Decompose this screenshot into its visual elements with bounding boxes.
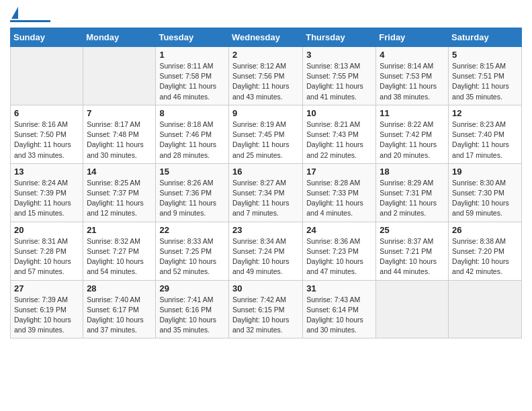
day-detail: Sunrise: 8:14 AM Sunset: 7:53 PM Dayligh… [380,61,445,102]
calendar-cell: 22Sunrise: 8:33 AM Sunset: 7:25 PM Dayli… [156,222,229,280]
weekday-header-thursday: Thursday [303,28,376,47]
calendar-cell: 24Sunrise: 8:36 AM Sunset: 7:23 PM Dayli… [303,222,376,280]
day-detail: Sunrise: 8:24 AM Sunset: 7:39 PM Dayligh… [14,178,79,219]
day-detail: Sunrise: 7:43 AM Sunset: 6:14 PM Dayligh… [306,295,372,336]
day-detail: Sunrise: 8:32 AM Sunset: 7:27 PM Dayligh… [87,236,152,277]
day-number: 23 [232,225,299,235]
day-number: 15 [159,167,225,177]
calendar-cell: 11Sunrise: 8:22 AM Sunset: 7:42 PM Dayli… [376,105,449,163]
day-number: 21 [87,225,152,235]
day-number: 25 [380,225,445,235]
calendar-cell: 17Sunrise: 8:28 AM Sunset: 7:33 PM Dayli… [303,163,376,222]
calendar-cell: 23Sunrise: 8:34 AM Sunset: 7:24 PM Dayli… [228,222,302,280]
calendar-cell: 14Sunrise: 8:25 AM Sunset: 7:37 PM Dayli… [83,163,156,222]
calendar-cell: 25Sunrise: 8:37 AM Sunset: 7:21 PM Dayli… [376,222,449,280]
calendar-cell: 4Sunrise: 8:14 AM Sunset: 7:53 PM Daylig… [376,47,449,105]
calendar-cell: 9Sunrise: 8:19 AM Sunset: 7:45 PM Daylig… [228,105,302,163]
day-detail: Sunrise: 8:17 AM Sunset: 7:48 PM Dayligh… [87,120,152,161]
week-row-2: 6Sunrise: 8:16 AM Sunset: 7:50 PM Daylig… [11,105,522,163]
day-detail: Sunrise: 8:29 AM Sunset: 7:31 PM Dayligh… [380,178,445,219]
weekday-header-sunday: Sunday [11,28,83,47]
day-number: 5 [452,50,518,60]
day-detail: Sunrise: 8:21 AM Sunset: 7:43 PM Dayligh… [306,120,372,161]
day-detail: Sunrise: 8:11 AM Sunset: 7:58 PM Dayligh… [159,61,225,102]
day-detail: Sunrise: 8:34 AM Sunset: 7:24 PM Dayligh… [232,236,299,277]
calendar-table: SundayMondayTuesdayWednesdayThursdayFrid… [10,28,522,338]
day-number: 16 [232,167,299,177]
day-detail: Sunrise: 7:41 AM Sunset: 6:16 PM Dayligh… [159,295,225,336]
calendar-cell: 5Sunrise: 8:15 AM Sunset: 7:51 PM Daylig… [449,47,522,105]
day-number: 28 [87,283,152,293]
calendar-cell: 29Sunrise: 7:41 AM Sunset: 6:16 PM Dayli… [156,280,229,338]
day-number: 14 [87,167,152,177]
day-number: 4 [380,50,445,60]
calendar-cell: 1Sunrise: 8:11 AM Sunset: 7:58 PM Daylig… [156,47,229,105]
day-number: 30 [232,283,299,293]
calendar-cell: 8Sunrise: 8:18 AM Sunset: 7:46 PM Daylig… [156,105,229,163]
calendar-cell: 19Sunrise: 8:30 AM Sunset: 7:30 PM Dayli… [449,163,522,222]
day-detail: Sunrise: 8:18 AM Sunset: 7:46 PM Dayligh… [159,120,225,161]
calendar-cell: 16Sunrise: 8:27 AM Sunset: 7:34 PM Dayli… [228,163,302,222]
day-number: 12 [452,108,518,118]
day-detail: Sunrise: 8:25 AM Sunset: 7:37 PM Dayligh… [87,178,152,219]
day-detail: Sunrise: 8:31 AM Sunset: 7:28 PM Dayligh… [14,236,79,277]
day-number: 27 [14,283,79,293]
calendar-cell: 27Sunrise: 7:39 AM Sunset: 6:19 PM Dayli… [11,280,83,338]
day-detail: Sunrise: 8:37 AM Sunset: 7:21 PM Dayligh… [380,236,445,277]
day-number: 6 [14,108,79,118]
calendar-cell: 20Sunrise: 8:31 AM Sunset: 7:28 PM Dayli… [11,222,83,280]
day-number: 31 [306,283,372,293]
calendar-cell: 6Sunrise: 8:16 AM Sunset: 7:50 PM Daylig… [11,105,83,163]
day-number: 29 [159,283,225,293]
day-detail: Sunrise: 8:30 AM Sunset: 7:30 PM Dayligh… [452,178,518,219]
weekday-header-saturday: Saturday [449,28,522,47]
day-number: 2 [232,50,299,60]
day-detail: Sunrise: 8:38 AM Sunset: 7:20 PM Dayligh… [452,236,518,277]
calendar-cell: 7Sunrise: 8:17 AM Sunset: 7:48 PM Daylig… [83,105,156,163]
calendar-cell: 28Sunrise: 7:40 AM Sunset: 6:17 PM Dayli… [83,280,156,338]
day-detail: Sunrise: 8:15 AM Sunset: 7:51 PM Dayligh… [452,61,518,102]
logo [10,7,50,22]
day-number: 7 [87,108,152,118]
day-detail: Sunrise: 8:33 AM Sunset: 7:25 PM Dayligh… [159,236,225,277]
day-number: 10 [306,108,372,118]
day-number: 19 [452,167,518,177]
calendar-cell: 10Sunrise: 8:21 AM Sunset: 7:43 PM Dayli… [303,105,376,163]
page: SundayMondayTuesdayWednesdayThursdayFrid… [0,0,532,349]
calendar-cell: 30Sunrise: 7:42 AM Sunset: 6:15 PM Dayli… [228,280,302,338]
calendar-cell [449,280,522,338]
calendar-cell [11,47,83,105]
day-detail: Sunrise: 8:12 AM Sunset: 7:56 PM Dayligh… [232,61,299,102]
day-number: 13 [14,167,79,177]
header [10,7,522,22]
day-number: 26 [452,225,518,235]
calendar-cell: 26Sunrise: 8:38 AM Sunset: 7:20 PM Dayli… [449,222,522,280]
weekday-header-row: SundayMondayTuesdayWednesdayThursdayFrid… [11,28,522,47]
day-number: 18 [380,167,445,177]
calendar-cell [83,47,156,105]
weekday-header-monday: Monday [83,28,156,47]
calendar-cell: 31Sunrise: 7:43 AM Sunset: 6:14 PM Dayli… [303,280,376,338]
calendar-cell: 13Sunrise: 8:24 AM Sunset: 7:39 PM Dayli… [11,163,83,222]
day-detail: Sunrise: 8:26 AM Sunset: 7:36 PM Dayligh… [159,178,225,219]
calendar-cell: 21Sunrise: 8:32 AM Sunset: 7:27 PM Dayli… [83,222,156,280]
day-detail: Sunrise: 8:16 AM Sunset: 7:50 PM Dayligh… [14,120,79,161]
day-detail: Sunrise: 8:28 AM Sunset: 7:33 PM Dayligh… [306,178,372,219]
calendar-cell: 12Sunrise: 8:23 AM Sunset: 7:40 PM Dayli… [449,105,522,163]
day-detail: Sunrise: 8:13 AM Sunset: 7:55 PM Dayligh… [306,61,372,102]
day-detail: Sunrise: 8:19 AM Sunset: 7:45 PM Dayligh… [232,120,299,161]
day-number: 1 [159,50,225,60]
day-number: 8 [159,108,225,118]
day-detail: Sunrise: 7:40 AM Sunset: 6:17 PM Dayligh… [87,295,152,336]
day-detail: Sunrise: 8:23 AM Sunset: 7:40 PM Dayligh… [452,120,518,161]
calendar-cell: 15Sunrise: 8:26 AM Sunset: 7:36 PM Dayli… [156,163,229,222]
day-number: 20 [14,225,79,235]
week-row-4: 20Sunrise: 8:31 AM Sunset: 7:28 PM Dayli… [11,222,522,280]
day-number: 22 [159,225,225,235]
logo-triangle-icon [11,7,18,19]
week-row-5: 27Sunrise: 7:39 AM Sunset: 6:19 PM Dayli… [11,280,522,338]
day-number: 3 [306,50,372,60]
logo-underline [10,20,50,22]
day-number: 17 [306,167,372,177]
day-detail: Sunrise: 7:42 AM Sunset: 6:15 PM Dayligh… [232,295,299,336]
